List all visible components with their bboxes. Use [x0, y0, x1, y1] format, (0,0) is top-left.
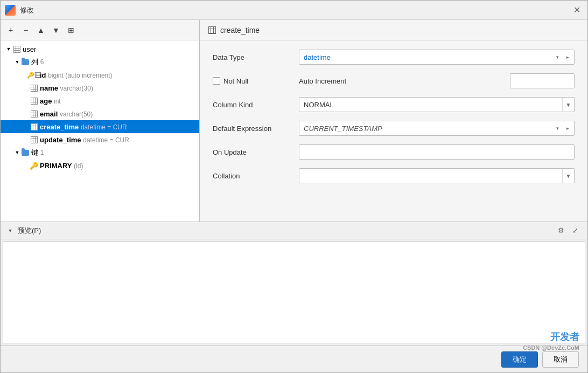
on-update-row: On Update	[213, 144, 575, 160]
not-null-checkbox[interactable]	[213, 77, 220, 85]
spacer-update-time	[22, 136, 30, 143]
column-kind-label: Column Kind	[213, 101, 299, 109]
spacer-age	[22, 97, 30, 105]
default-expression-value: CURRENT_TIMESTAMP	[299, 125, 552, 133]
on-update-control	[299, 144, 575, 160]
col-icon-create-time	[30, 122, 38, 131]
tree-item-id[interactable]: 🔑 id bigint (auto increment)	[1, 68, 199, 81]
close-button[interactable]: ✕	[570, 4, 583, 17]
tree-item-create-time[interactable]: create_time datetime = CUR	[1, 120, 199, 133]
left-panel: + − ▲ ▼ ⊞ ▼ user	[1, 20, 200, 222]
email-label: email varchar(50)	[40, 110, 93, 118]
column-kind-dropdown-arrow[interactable]: ▼	[562, 98, 574, 112]
tree-item-primary[interactable]: 🔑 PRIMARY (id)	[1, 159, 199, 172]
right-panel: create_time Data Type datetime ▾ ▸	[200, 20, 587, 222]
key-icon-primary: 🔑	[30, 161, 38, 170]
auto-increment-section: Auto Increment	[299, 73, 575, 88]
window-title: 修改	[20, 5, 570, 15]
auto-increment-input[interactable]	[510, 73, 575, 88]
table-icon	[12, 45, 21, 53]
bottom-bar: 确定 取消	[1, 346, 587, 372]
cancel-button[interactable]: 取消	[542, 351, 579, 368]
layout-button[interactable]: ⊞	[64, 23, 78, 37]
spacer-primary	[22, 162, 30, 169]
collation-label: Collation	[213, 172, 299, 180]
app-icon	[5, 5, 16, 16]
data-type-right-arrow[interactable]: ▸	[563, 51, 572, 63]
preview-content-area	[3, 241, 585, 343]
on-update-input[interactable]	[299, 144, 575, 160]
tree-item-email[interactable]: email varchar(50)	[1, 107, 199, 120]
right-header-table-icon	[208, 26, 216, 34]
spacer-name	[22, 84, 30, 92]
user-label: user	[23, 45, 36, 53]
name-label: name varchar(30)	[40, 84, 93, 92]
folder-icon-keys	[21, 148, 30, 157]
keys-group-label: 键 1	[31, 148, 44, 157]
data-type-label: Data Type	[213, 53, 299, 61]
id-label: id bigint (auto increment)	[40, 71, 113, 79]
data-type-row: Data Type datetime ▾ ▸	[213, 49, 575, 65]
update-time-label: update_time datetime = CUR	[40, 136, 129, 144]
collation-control: ▼	[299, 168, 575, 183]
preview-header: ▼ 预览(P) ⚙ ⤢	[1, 222, 587, 239]
spacer-create-time	[22, 123, 30, 130]
col-icon-age	[30, 96, 38, 105]
tree-item-cols-group[interactable]: ▼ 列 6	[1, 56, 199, 68]
toolbar: + − ▲ ▼ ⊞	[1, 20, 199, 40]
title-bar: 修改 ✕	[1, 1, 587, 20]
create-time-label: create_time datetime = CUR	[40, 123, 127, 131]
default-expression-label: Default Expression	[213, 125, 299, 133]
add-button[interactable]: +	[4, 23, 18, 37]
collation-row: Collation ▼	[213, 168, 575, 184]
expand-icon-user: ▼	[5, 45, 12, 53]
right-header: create_time	[200, 20, 587, 40]
tree-item-user[interactable]: ▼ user	[1, 43, 199, 56]
preview-title: 预览(P)	[18, 226, 41, 236]
confirm-button[interactable]: 确定	[501, 351, 538, 368]
column-kind-control: NORMAL ▼	[299, 97, 575, 112]
folder-icon-cols	[21, 58, 30, 66]
primary-label: PRIMARY (id)	[40, 162, 83, 170]
default-expression-down-arrow[interactable]: ▾	[552, 122, 562, 134]
move-down-button[interactable]: ▼	[49, 23, 63, 37]
spacer-email	[22, 110, 30, 118]
move-up-button[interactable]: ▲	[34, 23, 48, 37]
preview-icons: ⚙ ⤢	[555, 225, 581, 237]
tree-item-age[interactable]: age int	[1, 94, 199, 107]
key-col-icon-id: 🔑	[30, 71, 38, 79]
default-expression-arrows: ▾ ▸	[552, 122, 574, 134]
tree-item-update-time[interactable]: update_time datetime = CUR	[1, 133, 199, 146]
notnull-section: Not Null	[213, 77, 299, 85]
data-type-input[interactable]: datetime ▾ ▸	[299, 50, 575, 65]
column-kind-select[interactable]: NORMAL ▼	[299, 97, 575, 112]
preview-panel: ▼ 预览(P) ⚙ ⤢	[1, 222, 587, 346]
default-expression-row: Default Expression CURRENT_TIMESTAMP ▾ ▸	[213, 120, 575, 136]
data-type-arrows: ▾ ▸	[552, 51, 574, 63]
data-type-control: datetime ▾ ▸	[299, 50, 575, 65]
age-label: age int	[40, 97, 61, 105]
default-expression-right-arrow[interactable]: ▸	[563, 122, 572, 134]
tree-item-keys-group[interactable]: ▼ 键 1	[1, 146, 199, 159]
preview-settings-icon[interactable]: ⚙	[555, 225, 567, 237]
collation-dropdown-arrow[interactable]: ▼	[562, 169, 574, 183]
preview-expand-icon[interactable]: ⤢	[569, 225, 581, 237]
tree-item-name[interactable]: name varchar(30)	[1, 81, 199, 94]
col-icon-update-time	[30, 135, 38, 144]
remove-button[interactable]: −	[19, 23, 33, 37]
auto-increment-label: Auto Increment	[299, 77, 346, 85]
form-area: Data Type datetime ▾ ▸	[200, 40, 587, 222]
default-expression-input[interactable]: CURRENT_TIMESTAMP ▾ ▸	[299, 121, 575, 136]
column-kind-row: Column Kind NORMAL ▼	[213, 96, 575, 113]
main-content: + − ▲ ▼ ⊞ ▼ user	[1, 20, 587, 372]
collation-select[interactable]: ▼	[299, 168, 575, 183]
on-update-label: On Update	[213, 148, 299, 156]
expand-icon-keys: ▼	[13, 149, 21, 156]
default-expression-control: CURRENT_TIMESTAMP ▾ ▸	[299, 121, 575, 136]
notnull-autoincrement-row: Not Null Auto Increment	[213, 73, 575, 89]
data-type-up-arrow[interactable]: ▾	[552, 51, 562, 63]
main-window: 修改 ✕ + − ▲ ▼ ⊞ ▼	[0, 0, 588, 373]
data-type-value: datetime	[299, 53, 552, 61]
column-kind-value: NORMAL	[299, 101, 562, 109]
preview-toggle-arrow[interactable]: ▼	[7, 227, 13, 234]
